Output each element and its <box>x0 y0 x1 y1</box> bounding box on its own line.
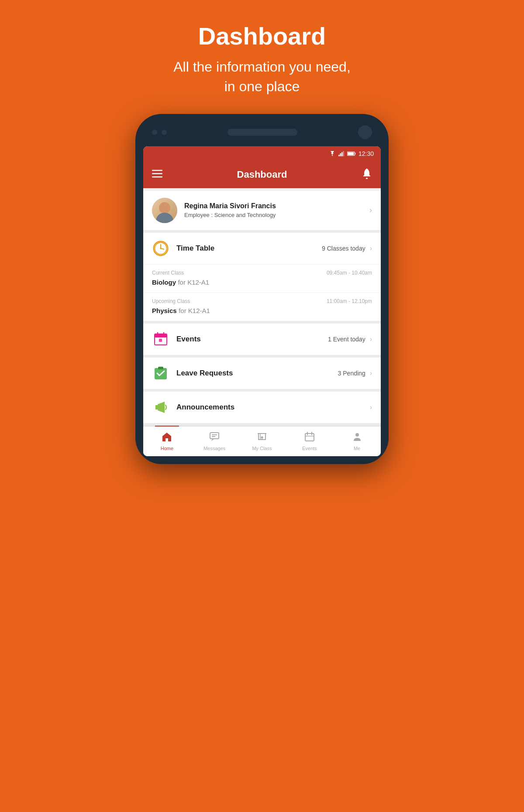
nav-events[interactable]: Events <box>286 427 333 456</box>
events-count: 1 Event today <box>328 336 365 343</box>
me-icon <box>352 432 362 444</box>
phone-dot-2 <box>162 130 167 135</box>
avatar <box>152 198 177 223</box>
app-bar: Dashboard <box>143 161 381 188</box>
events-chevron-icon: › <box>370 335 372 343</box>
leave-requests-header[interactable]: Leave Requests 3 Pending › <box>143 358 381 389</box>
page-subtitle: All the information you need, in one pla… <box>173 57 351 96</box>
app-bar-title: Dashboard <box>237 169 287 180</box>
nav-me-label: Me <box>354 446 360 451</box>
svg-marker-27 <box>158 402 165 413</box>
upcoming-class-meta: Upcoming Class 11:00am - 12.10pm <box>152 298 372 304</box>
svg-rect-7 <box>152 170 162 171</box>
svg-rect-34 <box>305 434 314 441</box>
phone-screen: 12:30 Dashboard <box>143 146 381 456</box>
hamburger-icon[interactable] <box>152 169 162 180</box>
bottom-nav: Home Messages <box>143 426 381 456</box>
current-class-label: Current Class <box>152 270 184 276</box>
announcements-chevron-icon: › <box>370 403 372 411</box>
battery-icon <box>347 151 356 156</box>
leave-requests-icon <box>152 365 169 382</box>
timetable-header[interactable]: Time Table 9 Classes today › <box>143 233 381 264</box>
bell-icon[interactable] <box>362 168 372 182</box>
svg-rect-6 <box>348 152 354 155</box>
current-class-name: Biology for K12-A1 <box>152 279 372 286</box>
nav-my-class[interactable]: My Class <box>238 427 286 456</box>
page-title: Dashboard <box>173 22 351 50</box>
profile-card[interactable]: Regina Maria Sivori Francis Employee : S… <box>143 191 381 230</box>
status-icons: 12:30 <box>329 150 374 157</box>
page-header: Dashboard All the information you need, … <box>165 0 359 110</box>
events-title: Events <box>176 335 328 344</box>
svg-rect-21 <box>159 339 162 342</box>
svg-rect-0 <box>338 155 340 156</box>
home-icon <box>162 432 172 444</box>
current-class-time: 09:45am - 10.40am <box>327 270 372 276</box>
clock-icon <box>152 240 169 257</box>
announcements-card[interactable]: Announcements › <box>143 392 381 423</box>
announcements-icon <box>152 399 169 416</box>
leave-requests-title: Leave Requests <box>176 369 338 378</box>
profile-name: Regina Maria Sivori Francis <box>184 202 369 210</box>
timetable-title: Time Table <box>176 244 322 253</box>
announcements-title: Announcements <box>176 403 370 412</box>
phone-mockup: 12:30 Dashboard <box>135 114 389 464</box>
wifi-icon <box>329 151 336 156</box>
svg-rect-9 <box>152 176 162 178</box>
svg-rect-19 <box>155 334 167 337</box>
phone-dot-1 <box>152 130 157 135</box>
upcoming-class-name: Physics for K12-A1 <box>152 307 372 315</box>
events-header[interactable]: Events 1 Event today › <box>143 323 381 355</box>
phone-camera-right <box>358 125 372 139</box>
svg-point-15 <box>160 248 162 249</box>
leave-requests-chevron-icon: › <box>370 369 372 377</box>
svg-point-10 <box>366 178 368 179</box>
status-time: 12:30 <box>359 150 374 157</box>
events-card[interactable]: Events 1 Event today › <box>143 323 381 355</box>
timetable-card[interactable]: Time Table 9 Classes today › Current Cla… <box>143 233 381 321</box>
svg-marker-26 <box>155 405 158 409</box>
timetable-count: 9 Classes today <box>322 245 365 252</box>
current-class-item[interactable]: Current Class 09:45am - 10.40am Biology … <box>143 264 381 292</box>
announcements-header[interactable]: Announcements › <box>143 392 381 423</box>
svg-rect-8 <box>152 173 162 174</box>
leave-requests-count: 3 Pending <box>338 370 365 377</box>
profile-chevron-icon: › <box>369 206 372 215</box>
svg-rect-3 <box>343 151 344 156</box>
nav-messages[interactable]: Messages <box>191 427 238 456</box>
svg-point-33 <box>261 436 263 438</box>
timetable-chevron-icon: › <box>370 244 372 252</box>
upcoming-class-item[interactable]: Upcoming Class 11:00am - 12.10pm Physics… <box>143 292 381 321</box>
messages-icon <box>209 432 220 444</box>
svg-point-38 <box>355 433 359 437</box>
profile-role: Employee : Science and Technology <box>184 212 369 218</box>
phone-top-hardware <box>143 122 381 146</box>
profile-info: Regina Maria Sivori Francis Employee : S… <box>184 202 369 218</box>
events-icon <box>152 330 169 348</box>
leave-requests-card[interactable]: Leave Requests 3 Pending › <box>143 358 381 389</box>
nav-events-label: Events <box>302 446 317 451</box>
signal-icon <box>338 151 345 156</box>
phone-camera-left <box>152 130 167 135</box>
svg-rect-28 <box>210 433 219 439</box>
nav-home[interactable]: Home <box>143 427 191 456</box>
current-class-meta: Current Class 09:45am - 10.40am <box>152 270 372 276</box>
nav-events-icon <box>304 432 315 444</box>
my-class-icon <box>257 432 267 444</box>
phone-speaker <box>228 129 297 136</box>
svg-rect-25 <box>158 367 163 369</box>
nav-home-label: Home <box>161 446 173 451</box>
content-area: Regina Maria Sivori Francis Employee : S… <box>143 191 381 456</box>
nav-my-class-label: My Class <box>252 446 272 451</box>
upcoming-class-time: 11:00am - 12.10pm <box>327 298 372 304</box>
status-bar: 12:30 <box>143 146 381 161</box>
svg-rect-5 <box>355 153 355 154</box>
svg-rect-2 <box>341 152 343 156</box>
nav-messages-label: Messages <box>203 446 225 451</box>
svg-rect-1 <box>340 153 341 156</box>
nav-me[interactable]: Me <box>333 427 381 456</box>
upcoming-class-label: Upcoming Class <box>152 298 190 304</box>
